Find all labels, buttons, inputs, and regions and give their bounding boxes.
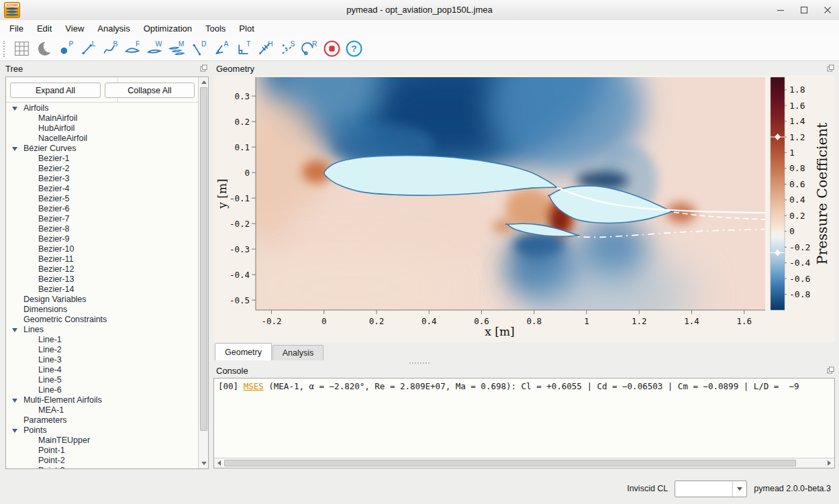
tree-item-mea-1[interactable]: MEA-1: [6, 405, 198, 415]
caret-down-icon[interactable]: [12, 147, 17, 151]
tree-item-multi-element-airfoils[interactable]: Multi-Element Airfoils: [6, 395, 198, 405]
tree-float-button[interactable]: [200, 64, 207, 72]
menu-item-edit[interactable]: Edit: [30, 20, 58, 37]
symmetry-tool-button[interactable]: S: [278, 39, 297, 59]
geometry-plot[interactable]: 0.30.20.10-0.1-0.2-0.3-0.4-0.5-0.200.20.…: [213, 75, 835, 342]
menu-item-tools[interactable]: Tools: [199, 20, 232, 37]
tree-item-line-3[interactable]: Line-3: [6, 355, 198, 365]
mses-link[interactable]: MSES: [244, 381, 264, 391]
tree-vscrollbar[interactable]: [198, 77, 208, 468]
tree-item-bezier-6[interactable]: Bezier-6: [6, 204, 198, 214]
console-hscrollbar-thumb[interactable]: [224, 460, 796, 466]
field-region-stagnation-second-te: [667, 203, 695, 223]
console-line-results: (MEA-1, α = −2.820°, Re = 2.809E+07, Ma …: [264, 381, 799, 391]
tree-item-bezier-1[interactable]: Bezier-1: [6, 154, 198, 164]
tree-item-point-3[interactable]: Point-3: [6, 466, 198, 468]
toolbar-drag-handle[interactable]: [3, 41, 7, 57]
line-tool-button[interactable]: L: [79, 39, 98, 59]
airfoil-tool-button[interactable]: F: [123, 39, 142, 59]
tree-item-label: Geometric Constraints: [6, 315, 107, 324]
splitter-handle[interactable]: [409, 362, 430, 366]
radius-tool-button[interactable]: R: [300, 39, 319, 59]
help-button[interactable]: ?: [344, 39, 364, 59]
tree-item-line-2[interactable]: Line-2: [6, 345, 198, 355]
maximize-button[interactable]: [793, 0, 816, 20]
menu-item-analysis[interactable]: Analysis: [91, 20, 136, 37]
tree-item-line-4[interactable]: Line-4: [6, 365, 198, 375]
colorbar[interactable]: 1.81.61.41.210.80.60.40.20-0.2-0.4-0.6-0…: [771, 77, 830, 310]
tree-item-bezier-8[interactable]: Bezier-8: [6, 224, 198, 234]
menu-item-file[interactable]: File: [3, 20, 30, 37]
svg-text:R: R: [312, 40, 317, 48]
tree-item-label: Bezier-12: [6, 264, 75, 274]
scroll-left-arrow-icon[interactable]: [215, 459, 224, 467]
console-hscrollbar[interactable]: [214, 458, 834, 468]
tree-item-bezier-13[interactable]: Bezier-13: [6, 274, 198, 285]
scroll-right-arrow-icon[interactable]: [825, 459, 834, 467]
tree-item-bezier-2[interactable]: Bezier-2: [6, 164, 198, 174]
tree-vscrollbar-thumb[interactable]: [200, 87, 207, 431]
caret-down-icon[interactable]: [12, 429, 17, 433]
tree-item-bezier-9[interactable]: Bezier-9: [6, 234, 198, 244]
tree-item-points[interactable]: Points: [6, 425, 198, 436]
close-button[interactable]: [816, 0, 839, 20]
inviscid-cl-combobox[interactable]: [675, 481, 747, 497]
caret-down-icon[interactable]: [12, 399, 17, 403]
scroll-up-arrow-icon[interactable]: [199, 78, 208, 87]
expand-all-button[interactable]: Expand All: [10, 83, 101, 98]
stop-button[interactable]: [322, 39, 342, 59]
distance-tool-button[interactable]: D: [189, 39, 209, 59]
geometry-float-button[interactable]: [827, 64, 834, 72]
tree-item-line-6[interactable]: Line-6: [6, 385, 198, 395]
scroll-down-arrow-icon[interactable]: [199, 459, 208, 468]
tree-item-dimensions[interactable]: Dimensions: [6, 305, 198, 315]
tree-item-line-5[interactable]: Line-5: [6, 375, 198, 385]
tree-item-bezier-11[interactable]: Bezier-11: [6, 254, 198, 264]
dark-mode-button[interactable]: [34, 39, 54, 59]
tree-item-point-2[interactable]: Point-2: [6, 456, 198, 466]
tree-item-bezier-12[interactable]: Bezier-12: [6, 264, 198, 274]
tree-item-bezier-4[interactable]: Bezier-4: [6, 184, 198, 194]
tree-item-nacelleairfoil[interactable]: NacelleAirfoil: [6, 134, 198, 144]
angle-tool-button[interactable]: A: [211, 39, 231, 59]
point-tool-button[interactable]: P: [56, 39, 76, 59]
collapse-all-button[interactable]: Collapse All: [105, 83, 195, 98]
hatch-tool-button[interactable]: H: [256, 39, 275, 59]
close-icon: [824, 6, 832, 14]
tab-geometry[interactable]: Geometry: [215, 343, 272, 360]
tree-item-bezier-3[interactable]: Bezier-3: [6, 174, 198, 184]
tree-item-mainteupper[interactable]: MainTEUpper: [6, 436, 198, 446]
tree-header-underline: [6, 102, 198, 103]
tab-analysis[interactable]: Analysis: [273, 345, 324, 360]
tree-item-hubairfoil[interactable]: HubAirfoil: [6, 123, 198, 134]
tree-item-b-zier-curves[interactable]: Bézier Curves: [6, 144, 198, 154]
tree-item-mainairfoil[interactable]: MainAirfoil: [6, 113, 198, 123]
menu-item-view[interactable]: View: [58, 20, 91, 37]
tree-item-bezier-10[interactable]: Bezier-10: [6, 244, 198, 254]
tree-item-label: Line-2: [6, 345, 62, 354]
tree-item-lines[interactable]: Lines: [6, 325, 198, 335]
pressure-contour-svg[interactable]: 0.30.20.10-0.1-0.2-0.3-0.4-0.5-0.200.20.…: [213, 75, 835, 342]
console-float-button[interactable]: [827, 366, 834, 374]
grid-tool-button[interactable]: [12, 39, 32, 59]
menu-item-plot[interactable]: Plot: [232, 20, 260, 37]
trim-tool-button[interactable]: T: [234, 39, 253, 59]
tree-item-bezier-5[interactable]: Bezier-5: [6, 194, 198, 204]
tree-item-parameters[interactable]: Parameters: [6, 415, 198, 425]
tree-item-bezier-14[interactable]: Bezier-14: [6, 285, 198, 295]
tree-item-geometric-constraints[interactable]: Geometric Constraints: [6, 315, 198, 325]
tree-item-design-variables[interactable]: Design Variables: [6, 295, 198, 305]
caret-down-icon[interactable]: [12, 107, 17, 111]
tree-item-point-1[interactable]: Point-1: [6, 446, 198, 456]
tree-item-line-1[interactable]: Line-1: [6, 335, 198, 345]
web-airfoil-tool-button[interactable]: W: [145, 39, 164, 59]
tree-item-bezier-7[interactable]: Bezier-7: [6, 214, 198, 224]
tree-item-airfoils[interactable]: Airfoils: [6, 103, 198, 113]
menu-item-optimization[interactable]: Optimization: [137, 20, 199, 37]
bezier-tool-button[interactable]: B: [101, 39, 120, 59]
caret-down-icon[interactable]: [12, 328, 17, 332]
minimize-button[interactable]: [769, 0, 792, 20]
stop-icon: [324, 40, 340, 57]
field-region-warm-before-slot: [505, 188, 552, 229]
mea-tool-button[interactable]: M: [167, 39, 187, 59]
